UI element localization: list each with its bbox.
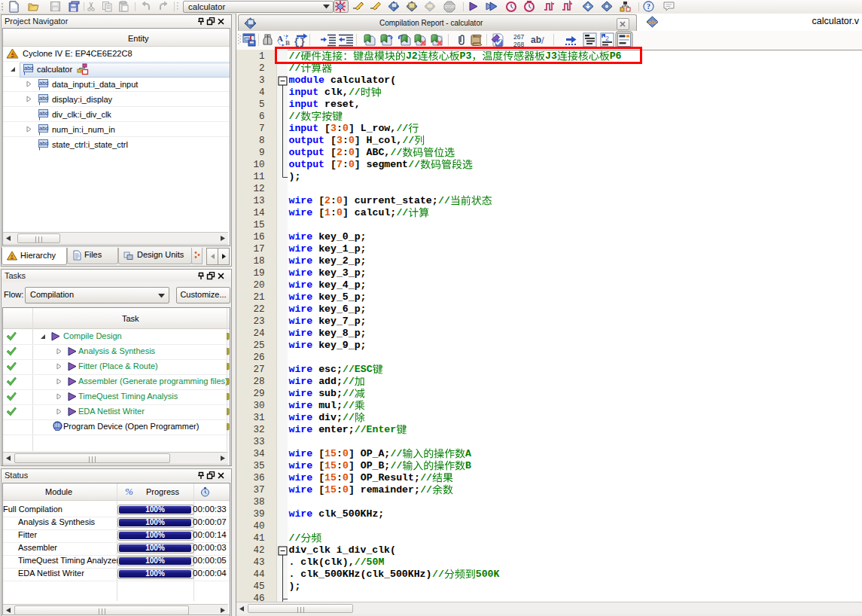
svg-text:abd: abd — [39, 140, 49, 147]
svg-text:?: ? — [647, 2, 650, 11]
svg-text:ab: ab — [531, 35, 541, 45]
svg-text:STOP: STOP — [444, 5, 455, 9]
svg-text:B: B — [285, 39, 290, 47]
svg-text:267: 267 — [513, 33, 524, 41]
svg-text:abc: abc — [648, 19, 658, 26]
svg-text:abd: abd — [39, 80, 49, 87]
svg-text:2: 2 — [605, 35, 609, 42]
svg-text:abd: abd — [24, 65, 34, 72]
svg-text:abd: abd — [39, 95, 49, 102]
svg-text:/: / — [541, 35, 544, 46]
svg-text:abd: abd — [39, 125, 49, 132]
svg-text:A: A — [277, 34, 283, 43]
svg-text:abd: abd — [39, 110, 49, 117]
